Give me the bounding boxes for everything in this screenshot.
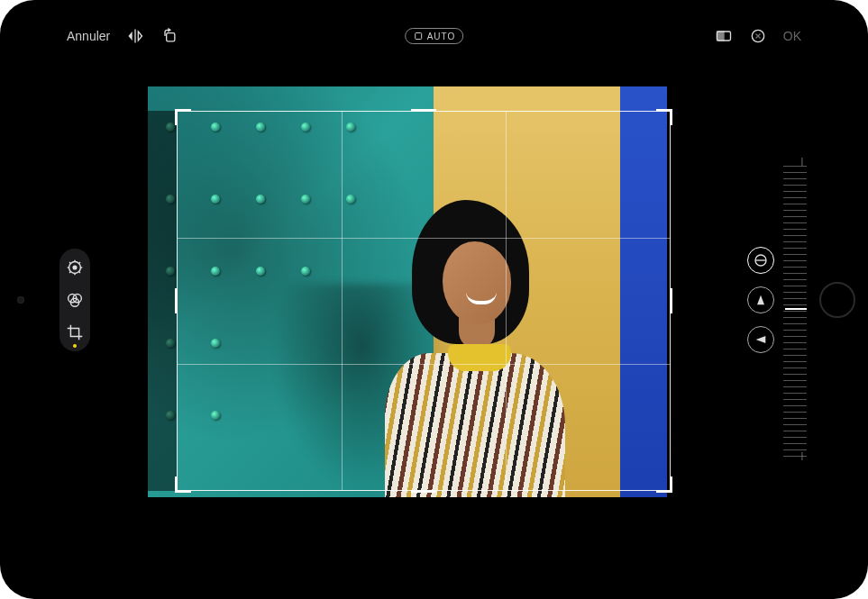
crop-controls-rail — [747, 247, 774, 353]
photo-content — [148, 86, 667, 497]
ruler-end-bottom: | — [801, 451, 803, 460]
svg-rect-3 — [717, 32, 724, 41]
rotate-icon[interactable] — [160, 27, 178, 45]
photos-edit-screen: Annuler AUTO — [54, 16, 814, 583]
filters-mode-icon[interactable] — [65, 290, 85, 310]
svg-rect-1 — [415, 33, 421, 40]
ipad-device: Annuler AUTO — [0, 0, 868, 599]
flip-horizontal-icon[interactable] — [126, 27, 144, 45]
home-button[interactable] — [819, 282, 855, 318]
cancel-button[interactable]: Annuler — [67, 29, 110, 43]
ruler-end-top: | — [801, 157, 803, 166]
horizontal-perspective-button[interactable] — [747, 326, 774, 353]
vertical-perspective-button[interactable] — [747, 286, 774, 313]
straighten-ruler[interactable]: | | — [783, 160, 807, 457]
ruler-indicator — [785, 308, 807, 310]
photo-canvas[interactable] — [148, 86, 667, 497]
edit-mode-rail — [59, 249, 90, 351]
aspect-ratio-icon[interactable] — [715, 27, 733, 45]
top-toolbar: Annuler AUTO — [54, 16, 814, 56]
svg-point-6 — [73, 266, 77, 269]
straighten-button[interactable] — [747, 247, 774, 274]
done-button[interactable]: OK — [783, 29, 801, 43]
crop-mode-icon[interactable] — [65, 322, 85, 342]
front-camera — [17, 296, 24, 304]
svg-rect-0 — [167, 33, 175, 41]
crop-dim-left — [148, 111, 177, 491]
auto-label: AUTO — [427, 32, 456, 41]
adjust-mode-icon[interactable] — [65, 258, 85, 277]
auto-enhance-button[interactable]: AUTO — [405, 28, 464, 44]
crop-handle-right[interactable] — [670, 288, 672, 313]
markup-icon[interactable] — [749, 27, 767, 45]
